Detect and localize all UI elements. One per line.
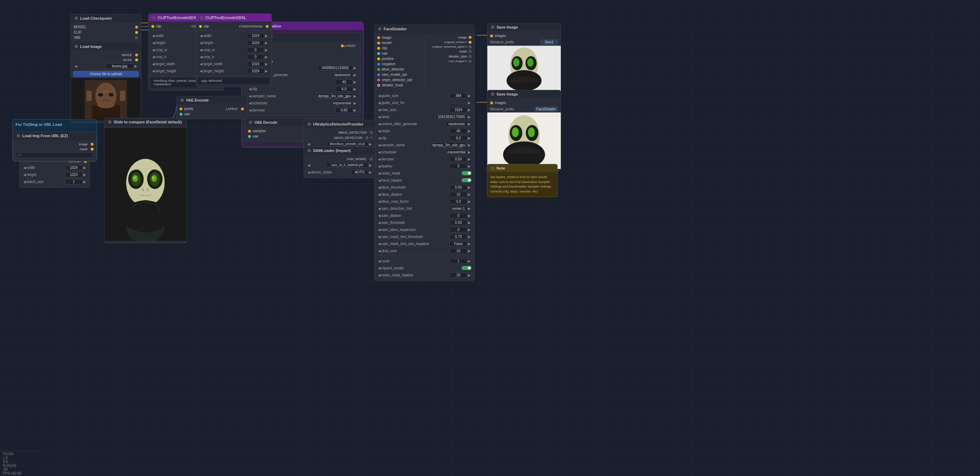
h2-right[interactable]: ▶ [264,41,269,45]
th-left[interactable]: ◀ [151,69,156,73]
cw2-left[interactable]: ◀ [199,48,203,52]
segm-x[interactable]: ✕ [370,136,373,140]
el-w-right[interactable]: ▶ [83,166,87,170]
dev-left[interactable]: ◀ [307,170,311,174]
sched-right[interactable]: ▶ [353,101,357,105]
steps-right[interactable]: ▶ [353,80,357,84]
fdsc-right[interactable]: ▶ [467,150,471,154]
sm-right[interactable]: ▶ [368,163,373,167]
cw2-right[interactable]: ▶ [264,48,269,52]
fdst-right[interactable]: ▶ [467,129,471,133]
fdbbt-left[interactable]: ◀ [377,186,382,189]
fdbbt-right[interactable]: ▶ [467,186,471,189]
el-b-left[interactable]: ◀ [22,180,27,184]
fdsmhn-left[interactable]: ◀ [377,242,382,246]
fdcy-left[interactable]: ◀ [377,259,382,263]
gs-left[interactable]: ◀ [377,94,382,98]
ch2-right[interactable]: ▶ [264,55,269,59]
tw-left[interactable]: ◀ [151,62,156,66]
url-input-row[interactable] [13,152,96,159]
tw2-right[interactable]: ▶ [264,62,269,66]
fdsmht-right[interactable]: ▶ [467,235,471,239]
el-b-right[interactable]: ▶ [83,180,87,184]
fdcy-right[interactable]: ▶ [467,259,471,263]
fdf-right[interactable]: ▶ [467,164,471,168]
cfg-right[interactable]: ▶ [353,87,357,91]
fdsbe-left[interactable]: ◀ [377,228,382,232]
h2-left[interactable]: ◀ [199,41,203,45]
tw2-left[interactable]: ◀ [199,62,203,66]
fdnmf-left[interactable]: ◀ [377,273,382,277]
sampler-left[interactable]: ◀ [248,94,252,98]
fdcg-left[interactable]: ◀ [377,136,382,140]
th2-left[interactable]: ◀ [199,69,203,73]
fdc-left[interactable]: ◀ [377,122,382,126]
gsf-right[interactable]: ▶ [467,101,471,105]
fdsbe-right[interactable]: ▶ [467,228,471,232]
upload-btn[interactable]: choose file to upload [73,71,139,77]
seed-right[interactable]: ▶ [353,66,357,70]
s1-prefix-val[interactable]: Gen1 [540,40,558,45]
force-inpaint-toggle[interactable] [461,178,471,182]
w2-left[interactable]: ◀ [199,34,203,38]
fdsdil-right[interactable]: ▶ [467,214,471,217]
img-right[interactable]: ▶ [134,64,138,68]
ch2-left[interactable]: ◀ [199,55,203,59]
fdf-left[interactable]: ◀ [377,164,382,168]
fdsdil-left[interactable]: ◀ [377,214,382,217]
mn-left[interactable]: ◀ [307,142,311,146]
th2-right[interactable]: ▶ [264,69,269,73]
inpaint-toggle[interactable] [461,266,471,270]
sampler-right[interactable]: ▶ [353,94,357,98]
fdcg-right[interactable]: ▶ [467,136,471,140]
sched-left[interactable]: ◀ [248,101,252,105]
gs-right[interactable]: ▶ [467,94,471,98]
gsf-left[interactable]: ◀ [377,101,382,105]
dev-right[interactable]: ▶ [368,170,373,174]
w2-right[interactable]: ▶ [264,34,269,38]
ms-left[interactable]: ◀ [377,108,382,112]
sm-left[interactable]: ◀ [307,163,311,167]
cfg-left[interactable]: ◀ [248,87,252,91]
denoise-left[interactable]: ◀ [248,108,252,112]
clip2-text[interactable]: ugly, deformed [198,78,269,84]
fdsdh-left[interactable]: ◀ [377,206,382,211]
fdbbd-right[interactable]: ▶ [467,192,471,197]
fdbbd-left[interactable]: ◀ [377,192,382,197]
fdsth-right[interactable]: ▶ [467,221,471,225]
cropw-left[interactable]: ◀ [151,48,156,52]
el-w-left[interactable]: ◀ [22,166,27,170]
fdip-left[interactable]: ◀ [377,266,382,270]
fdsp-right[interactable]: ▶ [467,143,471,147]
el-h-right[interactable]: ▶ [83,173,87,177]
mn-right[interactable]: ▶ [368,142,373,146]
fdsdh-right[interactable]: ▶ [467,206,471,211]
el-h-left[interactable]: ◀ [22,173,27,177]
fds-left[interactable]: ◀ [377,115,382,119]
fdsth-left[interactable]: ◀ [377,221,382,225]
fds-right[interactable]: ▶ [467,115,471,119]
width-left[interactable]: ◀ [151,34,156,38]
croph-left[interactable]: ◀ [151,55,156,59]
fdfi-left[interactable]: ◀ [377,178,382,182]
fddrop-right[interactable]: ▶ [467,249,471,253]
s2-prefix-val[interactable]: FaceDetailer [534,106,558,112]
fdnm-left[interactable]: ◀ [377,171,382,175]
fdsp-left[interactable]: ◀ [377,143,382,147]
fdd-left[interactable]: ◀ [377,157,382,161]
noise-mask-toggle[interactable] [461,171,471,175]
fdd-right[interactable]: ▶ [467,157,471,161]
fdsmht-left[interactable]: ◀ [377,235,382,239]
img-left[interactable]: ◀ [74,64,78,68]
denoise-right[interactable]: ▶ [353,108,357,112]
fdbbcf-left[interactable]: ◀ [377,200,382,203]
fddrop-left[interactable]: ◀ [377,249,382,253]
height-left[interactable]: ◀ [151,41,156,45]
fdsmhn-right[interactable]: ▶ [467,242,471,246]
fdbbcf-right[interactable]: ▶ [467,200,471,203]
fdnmf-right[interactable]: ▶ [467,273,471,277]
fdst-left[interactable]: ◀ [377,129,382,133]
fdsc-left[interactable]: ◀ [377,150,382,154]
url-input[interactable] [16,152,94,158]
ctrl-right[interactable]: ▶ [353,73,357,77]
